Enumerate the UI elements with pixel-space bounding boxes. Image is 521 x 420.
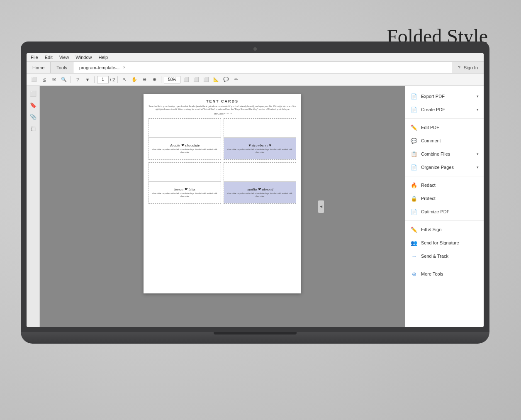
tab-tools[interactable]: Tools [51,62,73,73]
right-panel-edit-pdf[interactable]: ✏️ Edit PDF [405,121,484,134]
tent-card-3-top [149,163,221,182]
tent-card-1: double ❤ chocolate chocolate cupcakes wi… [149,118,221,160]
sidebar-icon-pages[interactable]: ⬜ [29,89,37,98]
toolbar-zoom-out-btn[interactable]: ⊖ [140,76,149,84]
pdf-page: TENT CARDS Save the file to your desktop… [144,94,301,293]
tent-card-3-bottom: lemon ❤ bliss chocolate cupcakes with da… [149,182,221,204]
sidebar-icon-attachments[interactable]: 📎 [29,112,37,121]
toolbar-annotation-btn[interactable]: 📐 [212,76,220,84]
right-panel-fill-sign[interactable]: ✏️ Fill & Sign [405,223,484,236]
sidebar-icon-bookmarks[interactable]: 🔖 [29,101,37,109]
edit-pdf-label: Edit PDF [421,125,479,130]
toolbar-sep-1 [71,76,71,83]
toolbar-fit-page-btn[interactable]: ⬜ [182,76,190,84]
pdf-font-note: Font Guide: * * * * * * [149,112,296,115]
laptop-screen: File Edit View Window Help Home Tools pr… [21,42,489,332]
right-panel-more-tools[interactable]: ⊕ More Tools [405,268,484,280]
right-panel-comment[interactable]: 💬 Comment [405,134,484,147]
menu-file[interactable]: File [30,54,39,60]
tent-card-2-name: ♥ strawberry ♥ [248,143,271,147]
export-pdf-arrow: ▾ [477,94,479,98]
organize-pages-icon: 📄 [410,164,418,171]
right-panel-protect[interactable]: 🔒 Protect [405,192,484,205]
toolbar-page-nav: / 2 [97,76,115,83]
combine-files-icon: 📋 [410,150,418,158]
send-for-signature-label: Send for Signature [421,240,479,245]
tent-card-1-bottom: double ❤ chocolate chocolate cupcakes wi… [149,138,221,160]
tent-card-2-bottom: ♥ strawberry ♥ chocolate cupcakes with d… [224,138,296,160]
menu-window[interactable]: Window [75,54,93,60]
menu-bar: File Edit View Window Help [27,53,484,62]
right-panel-export-pdf[interactable]: 📄 Export PDF ▾ [405,90,484,103]
send-track-label: Send & Track [421,254,479,259]
right-panel-redact[interactable]: 🔥 Redact [405,179,484,191]
toolbar-page-total: 2 [112,77,115,82]
pdf-title: TENT CARDS [149,99,296,103]
toolbar-zoom-in-btn[interactable]: ⊕ [150,76,158,84]
acrobat-ui: File Edit View Window Help Home Tools pr… [27,53,484,327]
tab-document-label: program-template-... [79,65,121,70]
right-panel-optimize-pdf[interactable]: 📄 Optimize PDF [405,205,484,218]
tab-bar: Home Tools program-template-... × ? Sign… [27,62,484,73]
toolbar-search-btn[interactable]: 🔍 [60,76,68,84]
toolbar-hand-btn[interactable]: ✋ [130,76,139,84]
edit-pdf-icon: ✏️ [410,124,418,131]
toolbar-create-btn[interactable]: ⬜ [30,76,38,84]
menu-view[interactable]: View [58,54,70,60]
toolbar-email-btn[interactable]: ✉ [50,76,58,84]
optimize-pdf-icon: 📄 [410,208,418,215]
pdf-instructions: Save the file to your desktop, open Acro… [149,105,296,111]
toolbar-draw-btn[interactable]: ✏ [232,76,240,84]
tab-home[interactable]: Home [27,62,51,73]
tab-document[interactable]: program-template-... × [73,62,452,73]
tent-card-1-top [149,119,221,138]
right-panel-divider-2 [405,176,484,176]
right-panel-divider-1 [405,118,484,119]
tab-home-label: Home [32,65,44,70]
pdf-canvas: ◀ TENT CARDS Save the file to your deskt… [40,86,405,327]
fill-sign-label: Fill & Sign [421,227,479,232]
more-tools-icon: ⊕ [410,270,418,278]
right-panel-organize-pages[interactable]: 📄 Organize Pages ▾ [405,161,484,173]
toolbar-prev-page-btn[interactable]: ▼ [83,76,92,84]
comment-icon: 💬 [410,137,418,144]
toolbar-cursor-btn[interactable]: ↖ [120,76,129,84]
right-panel-create-pdf[interactable]: 📄 Create PDF ▾ [405,103,484,116]
right-panel-divider-3 [405,220,484,221]
toolbar-sep-2 [94,76,95,83]
sign-in-button[interactable]: Sign In [464,65,478,70]
tent-card-2: ♥ strawberry ♥ chocolate cupcakes with d… [224,118,296,160]
optimize-pdf-label: Optimize PDF [421,209,479,214]
export-pdf-label: Export PDF [421,94,473,99]
tent-cards-grid: double ❤ chocolate chocolate cupcakes wi… [149,118,296,204]
toolbar-zoom-input[interactable] [164,76,180,83]
toolbar-help-btn[interactable]: ? [73,76,82,84]
tab-tools-label: Tools [56,65,67,70]
toolbar-full-screen-btn[interactable]: ⬜ [202,76,210,84]
redact-label: Redact [421,183,479,188]
scroll-left-arrow[interactable]: ◀ [318,200,324,213]
help-icon[interactable]: ? [458,65,460,70]
toolbar-page-input[interactable] [97,76,109,83]
laptop: File Edit View Window Help Home Tools pr… [21,42,489,357]
tent-card-3-desc: chocolate cupcakes with dark chocolate c… [151,192,219,198]
tab-close-button[interactable]: × [123,65,126,70]
create-pdf-arrow: ▾ [477,107,479,112]
toolbar-fit-width-btn[interactable]: ⬜ [192,76,200,84]
menu-help[interactable]: Help [97,54,109,60]
toolbar-comment-btn[interactable]: 💬 [222,76,230,84]
sidebar-icon-layers[interactable]: ⬚ [29,124,37,132]
tent-card-1-desc: chocolate cupcakes with dark chocolate c… [151,148,219,154]
redact-icon: 🔥 [410,181,418,189]
toolbar-print-btn[interactable]: 🖨 [40,76,48,84]
left-sidebar: ⬜ 🔖 📎 ⬚ [27,86,40,327]
right-panel-combine-files[interactable]: 📋 Combine Files ▾ [405,148,484,160]
protect-icon: 🔒 [410,195,418,202]
menu-edit[interactable]: Edit [44,54,54,60]
tab-sign-in-area: ? Sign In [452,62,484,73]
right-panel-send-for-signature[interactable]: 👥 Send for Signature [405,237,484,249]
right-panel-send-track[interactable]: → Send & Track [405,250,484,262]
right-panel: 📄 Export PDF ▾ 📄 Create PDF ▾ ✏️ Ed [405,86,484,327]
tent-card-1-name: double ❤ chocolate [170,143,200,147]
acrobat-window: File Edit View Window Help Home Tools pr… [27,53,484,327]
